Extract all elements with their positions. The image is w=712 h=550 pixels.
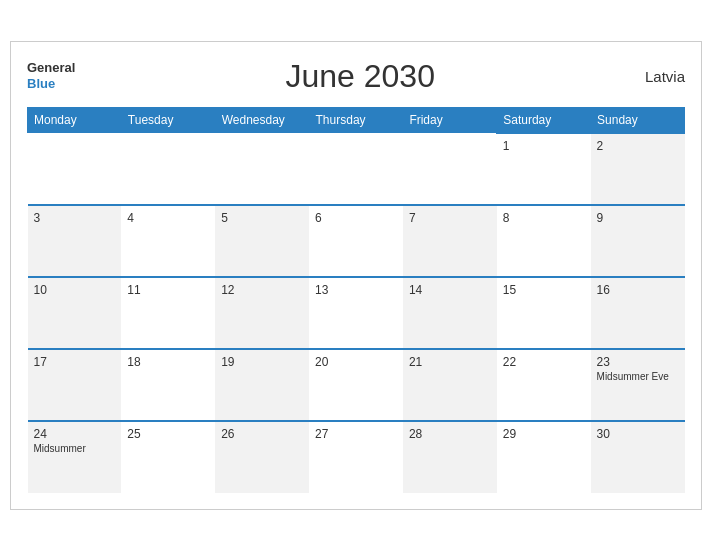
day-number: 9 <box>597 211 679 225</box>
calendar-cell: 18 <box>121 349 215 421</box>
day-number: 6 <box>315 211 397 225</box>
calendar-cell: 22 <box>497 349 591 421</box>
calendar-cell: 4 <box>121 205 215 277</box>
day-number: 27 <box>315 427 397 441</box>
calendar-cell: 1 <box>497 133 591 205</box>
calendar-cell: 15 <box>497 277 591 349</box>
calendar-header: General Blue June 2030 Latvia <box>27 58 685 95</box>
calendar-week-row: 24Midsummer252627282930 <box>28 421 685 493</box>
day-number: 24 <box>34 427 116 441</box>
day-number: 7 <box>409 211 491 225</box>
calendar-cell: 26 <box>215 421 309 493</box>
calendar-cell: 23Midsummer Eve <box>591 349 685 421</box>
calendar-cell <box>215 133 309 205</box>
calendar-cell: 8 <box>497 205 591 277</box>
day-number: 29 <box>503 427 585 441</box>
calendar-cell: 30 <box>591 421 685 493</box>
weekday-header: Tuesday <box>121 107 215 133</box>
weekday-header: Thursday <box>309 107 403 133</box>
calendar-cell: 12 <box>215 277 309 349</box>
calendar-grid: MondayTuesdayWednesdayThursdayFridaySatu… <box>27 107 685 493</box>
day-number: 17 <box>34 355 116 369</box>
day-number: 11 <box>127 283 209 297</box>
calendar-cell: 14 <box>403 277 497 349</box>
day-number: 25 <box>127 427 209 441</box>
event-label: Midsummer Eve <box>597 371 679 382</box>
day-number: 20 <box>315 355 397 369</box>
day-number: 12 <box>221 283 303 297</box>
calendar-container: General Blue June 2030 Latvia MondayTues… <box>10 41 702 510</box>
day-number: 22 <box>503 355 585 369</box>
weekday-header: Saturday <box>497 107 591 133</box>
day-number: 23 <box>597 355 679 369</box>
country-label: Latvia <box>645 68 685 85</box>
day-number: 13 <box>315 283 397 297</box>
calendar-cell <box>28 133 122 205</box>
calendar-week-row: 17181920212223Midsummer Eve <box>28 349 685 421</box>
day-number: 15 <box>503 283 585 297</box>
day-number: 14 <box>409 283 491 297</box>
day-number: 5 <box>221 211 303 225</box>
logo-general-text: General <box>27 60 75 76</box>
calendar-cell: 20 <box>309 349 403 421</box>
calendar-cell: 24Midsummer <box>28 421 122 493</box>
day-number: 8 <box>503 211 585 225</box>
day-number: 30 <box>597 427 679 441</box>
calendar-cell: 3 <box>28 205 122 277</box>
calendar-cell: 11 <box>121 277 215 349</box>
day-number: 21 <box>409 355 491 369</box>
calendar-cell: 25 <box>121 421 215 493</box>
day-number: 4 <box>127 211 209 225</box>
calendar-cell: 5 <box>215 205 309 277</box>
calendar-cell: 17 <box>28 349 122 421</box>
weekday-header: Friday <box>403 107 497 133</box>
calendar-cell: 7 <box>403 205 497 277</box>
weekday-header: Monday <box>28 107 122 133</box>
weekday-header-row: MondayTuesdayWednesdayThursdayFridaySatu… <box>28 107 685 133</box>
day-number: 19 <box>221 355 303 369</box>
weekday-header: Sunday <box>591 107 685 133</box>
calendar-cell: 6 <box>309 205 403 277</box>
day-number: 3 <box>34 211 116 225</box>
calendar-cell: 29 <box>497 421 591 493</box>
calendar-cell: 10 <box>28 277 122 349</box>
day-number: 1 <box>503 139 585 153</box>
day-number: 18 <box>127 355 209 369</box>
calendar-week-row: 10111213141516 <box>28 277 685 349</box>
calendar-cell: 13 <box>309 277 403 349</box>
weekday-header: Wednesday <box>215 107 309 133</box>
calendar-cell: 16 <box>591 277 685 349</box>
calendar-cell: 9 <box>591 205 685 277</box>
event-label: Midsummer <box>34 443 116 454</box>
logo: General Blue <box>27 60 75 91</box>
calendar-cell: 21 <box>403 349 497 421</box>
calendar-cell: 19 <box>215 349 309 421</box>
calendar-cell: 28 <box>403 421 497 493</box>
calendar-cell: 27 <box>309 421 403 493</box>
calendar-cell <box>309 133 403 205</box>
calendar-week-row: 12 <box>28 133 685 205</box>
day-number: 10 <box>34 283 116 297</box>
logo-blue-text: Blue <box>27 76 75 92</box>
calendar-cell <box>403 133 497 205</box>
calendar-cell <box>121 133 215 205</box>
calendar-week-row: 3456789 <box>28 205 685 277</box>
calendar-title: June 2030 <box>285 58 434 95</box>
day-number: 28 <box>409 427 491 441</box>
day-number: 2 <box>597 139 679 153</box>
day-number: 26 <box>221 427 303 441</box>
day-number: 16 <box>597 283 679 297</box>
calendar-cell: 2 <box>591 133 685 205</box>
